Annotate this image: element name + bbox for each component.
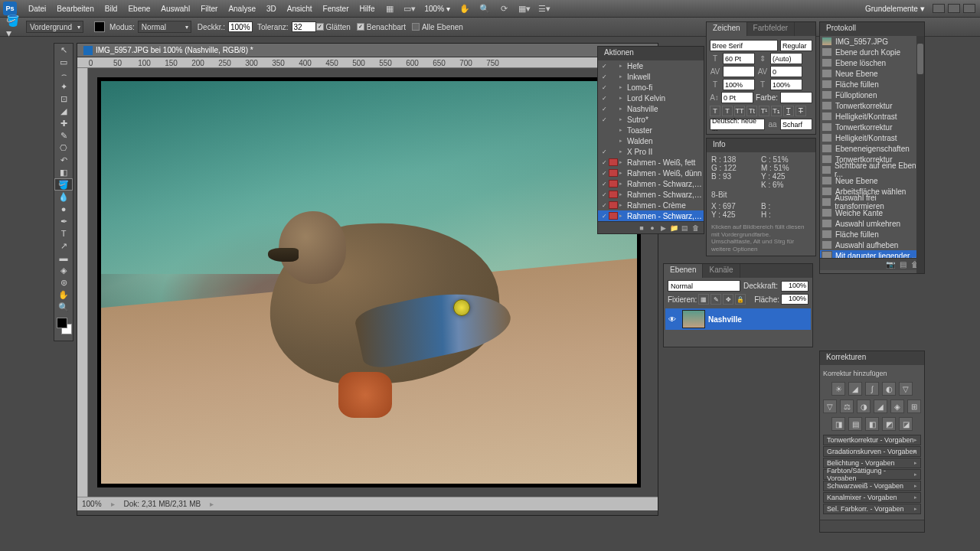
action-item[interactable]: ✓▸X Pro II bbox=[598, 146, 704, 157]
action-item[interactable]: ▸Toaster bbox=[598, 125, 704, 135]
preset-item[interactable]: Kanalmixer - Vorgaben bbox=[823, 492, 921, 503]
action-item[interactable]: ✓▸Rahmen - Crème bbox=[598, 200, 704, 210]
sub-button[interactable]: T₁ bbox=[771, 106, 782, 116]
canvas[interactable] bbox=[97, 77, 641, 487]
action-item[interactable]: ✓▸Nashville bbox=[598, 103, 704, 114]
lock-paint-icon[interactable]: ✎ bbox=[710, 294, 721, 305]
new-doc-icon[interactable]: ▤ bbox=[897, 260, 909, 269]
history-item[interactable]: Sichtbare auf eine Ebene r... bbox=[820, 165, 924, 175]
blend-mode-dropdown[interactable]: Normal bbox=[138, 21, 191, 33]
menu-ansicht[interactable]: Ansicht bbox=[282, 5, 318, 13]
history-item[interactable]: Fläche füllen bbox=[820, 229, 924, 240]
zoom-tool[interactable]: 🔍 bbox=[54, 301, 73, 313]
history-item[interactable]: IMG_5957.JPG bbox=[820, 36, 924, 47]
vscale-input[interactable]: 100% bbox=[723, 79, 755, 90]
minimize-button[interactable] bbox=[933, 4, 945, 13]
crop-tool[interactable]: ⊡ bbox=[54, 93, 73, 105]
action-item[interactable]: ✓▸Rahmen - Schwarz, fett bbox=[598, 178, 704, 189]
history-item[interactable]: Auswahl umkehren bbox=[820, 218, 924, 229]
action-item[interactable]: ✓▸Inkwell bbox=[598, 71, 704, 82]
font-dropdown[interactable]: Bree Serif bbox=[710, 40, 778, 51]
action-item[interactable]: ✓▸Hefe bbox=[598, 60, 704, 71]
marquee-tool[interactable]: ▭ bbox=[54, 56, 73, 68]
history-item[interactable]: Ebene löschen bbox=[820, 57, 924, 68]
color-swatch[interactable] bbox=[780, 92, 812, 103]
path-tool[interactable]: ↗ bbox=[54, 240, 73, 252]
workspace-selector[interactable]: Grundelemente ▾ bbox=[865, 4, 925, 14]
menu-bearbeiten[interactable]: Bearbeiten bbox=[51, 5, 99, 13]
actions-tab[interactable]: Aktionen bbox=[598, 47, 704, 60]
gradient-icon[interactable]: ◩ bbox=[882, 417, 896, 431]
lookup-icon[interactable]: ⊞ bbox=[907, 399, 921, 413]
contiguous-checkbox[interactable]: ✓ bbox=[357, 23, 364, 31]
menu-datei[interactable]: Datei bbox=[23, 5, 51, 13]
eyedropper-tool[interactable]: ◢ bbox=[54, 105, 73, 117]
new-action-icon[interactable]: ▤ bbox=[679, 224, 690, 232]
opacity-input[interactable] bbox=[228, 21, 253, 32]
leading-input[interactable]: (Auto) bbox=[770, 53, 802, 64]
bucket-tool[interactable]: 🪣 bbox=[54, 178, 73, 191]
curves-icon[interactable]: ∫ bbox=[865, 382, 879, 396]
zoom-level[interactable]: 100% ▾ bbox=[424, 5, 449, 13]
preset-item[interactable]: Tonwertkorrektur - Vorgaben bbox=[823, 435, 921, 445]
action-item[interactable]: ✓▸Lord Kelvin bbox=[598, 93, 704, 103]
menu-hilfe[interactable]: Hilfe bbox=[354, 5, 380, 13]
pen-tool[interactable]: ✒ bbox=[54, 215, 73, 227]
korrekturen-tab[interactable]: Korrekturen bbox=[820, 351, 924, 365]
preset-item[interactable]: Sel. Farbkorr. - Vorgaben bbox=[823, 504, 921, 514]
stop-icon[interactable]: ■ bbox=[636, 224, 647, 232]
record-icon[interactable]: ● bbox=[647, 224, 658, 232]
action-item[interactable]: ✓▸Rahmen - Schwarz, ... bbox=[598, 210, 704, 221]
hscale-input[interactable]: 100% bbox=[770, 79, 802, 90]
history-item[interactable]: Auswahl frei transformieren bbox=[820, 197, 924, 207]
layer-thumbnail[interactable] bbox=[682, 310, 705, 328]
arrange-icon[interactable]: ▦▾ bbox=[518, 3, 531, 14]
antialias-dropdown[interactable]: Scharf bbox=[780, 119, 812, 130]
menu-auswahl[interactable]: Auswahl bbox=[155, 5, 195, 13]
antialias-checkbox[interactable]: ✓ bbox=[316, 23, 324, 31]
stamp-tool[interactable]: ⎔ bbox=[54, 142, 73, 154]
tracking-input[interactable]: 0 bbox=[770, 66, 802, 77]
lock-all-icon[interactable]: 🔒 bbox=[735, 294, 746, 305]
hand-icon[interactable]: ✋ bbox=[458, 3, 472, 14]
history-brush-tool[interactable]: ↶ bbox=[54, 154, 73, 166]
menu-analyse[interactable]: Analyse bbox=[223, 5, 261, 13]
action-item[interactable]: ✓▸Rahmen - Weiß, dünn bbox=[598, 168, 704, 178]
menu-3d[interactable]: 3D bbox=[261, 5, 282, 13]
rotate-icon[interactable]: ⟳ bbox=[498, 3, 511, 14]
bucket-tool-icon[interactable]: 🪣▾ bbox=[6, 19, 23, 34]
new-set-icon[interactable]: 📁 bbox=[668, 224, 679, 232]
all-layers-checkbox[interactable] bbox=[412, 23, 420, 31]
hue-icon[interactable]: ▽ bbox=[823, 399, 837, 413]
shape-tool[interactable]: ▬ bbox=[54, 252, 73, 264]
history-item[interactable]: Neue Ebene bbox=[820, 68, 924, 79]
brightness-icon[interactable]: ☀ bbox=[831, 382, 845, 396]
layer-fill[interactable]: 100% bbox=[781, 294, 808, 305]
blend-mode-dropdown[interactable]: Normal bbox=[668, 280, 740, 292]
play-icon[interactable]: ▶ bbox=[658, 224, 668, 232]
kerning-input[interactable] bbox=[723, 66, 755, 77]
smallcaps-button[interactable]: Tt bbox=[746, 106, 757, 116]
language-dropdown[interactable]: Deutsch: neue ... bbox=[710, 119, 765, 130]
action-item[interactable]: ✓▸Rahmen - Schwarz, d... bbox=[598, 189, 704, 200]
zoom-icon[interactable]: 🔍 bbox=[478, 3, 492, 14]
underline-button[interactable]: T̲ bbox=[783, 106, 794, 116]
brush-tool[interactable]: ✎ bbox=[54, 129, 73, 142]
fg-color[interactable] bbox=[57, 318, 67, 328]
zeichen-tab[interactable]: Zeichen bbox=[707, 22, 747, 36]
fill-swatch[interactable] bbox=[94, 21, 105, 32]
history-item[interactable]: Fülloptionen bbox=[820, 90, 924, 100]
invert-icon[interactable]: ◨ bbox=[831, 417, 845, 431]
exposure-icon[interactable]: ◐ bbox=[882, 382, 896, 396]
action-item[interactable]: ✓▸Rahmen - Weiß, fett bbox=[598, 157, 704, 168]
protokoll-tab[interactable]: Protokoll bbox=[820, 22, 924, 36]
balance-icon[interactable]: ⚖ bbox=[840, 399, 854, 413]
arrange2-icon[interactable]: ☰▾ bbox=[537, 3, 551, 14]
info-tab[interactable]: Info bbox=[707, 139, 815, 152]
style-dropdown[interactable]: Regular bbox=[780, 40, 812, 51]
strike-button[interactable]: T̶ bbox=[795, 106, 806, 116]
selective-icon[interactable]: ◪ bbox=[899, 417, 913, 431]
mixer-icon[interactable]: ◈ bbox=[890, 399, 904, 413]
visibility-icon[interactable]: 👁 bbox=[665, 315, 679, 324]
tolerance-input[interactable] bbox=[292, 21, 316, 32]
